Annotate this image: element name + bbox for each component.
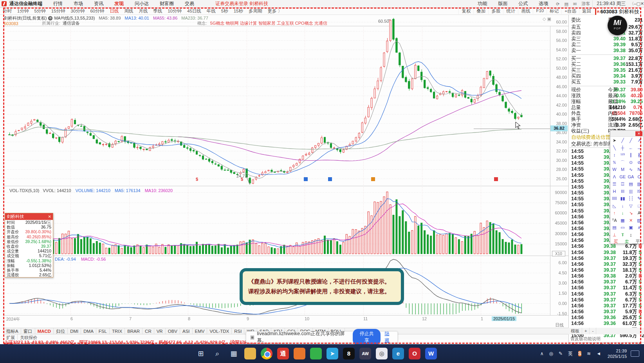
draw-tool-icon-1[interactable]: ╱	[619, 137, 627, 144]
right-menu-功能[interactable]: 功能	[472, 1, 492, 6]
indicator-tab-EMV[interactable]: EMV	[193, 328, 207, 334]
period-月线[interactable]: 月线	[136, 9, 150, 13]
stock-header[interactable]: R 603083 剑桥科技	[595, 8, 644, 15]
draw-tool-icon-10[interactable]: ∥	[627, 151, 635, 159]
titlebar-icon-2[interactable]: ✉	[571, 2, 579, 6]
titlebar-icon-0[interactable]: ⟳	[554, 2, 562, 6]
window-control-0[interactable]: 〈	[630, 1, 634, 6]
draw-tool-icon-25[interactable]: ☲	[619, 180, 627, 188]
draw-tool-icon-52[interactable]: ⊥	[610, 231, 619, 239]
draw-tool-icon-17[interactable]: M	[619, 166, 627, 173]
start-button[interactable]: ⊞	[195, 348, 207, 359]
menu-item-发现[interactable]: 发现	[109, 1, 129, 6]
draw-tool-icon-45[interactable]: ▦	[619, 217, 627, 224]
draw-tool-icon-13[interactable]: ⌒	[619, 159, 627, 166]
drawing-toolbar[interactable]: ✕ ➤╱╱↗╲┼←↔↕¹²³∥∦％⌒⊙⊘WM∿NΛGEGAC☰☲▤▥ΗΙΙΙ||…	[610, 130, 644, 244]
period-分时[interactable]: 分时	[0, 9, 14, 13]
draw-tool-icon-53[interactable]: Ŧ	[619, 231, 627, 239]
right-menu-版面[interactable]: 版面	[492, 1, 513, 6]
draw-tool-icon-48[interactable]: ▤	[610, 224, 619, 231]
indicator-tab-VOL-TDX[interactable]: VOL-TDX	[207, 328, 232, 334]
buy-price[interactable]: 39.35	[613, 67, 626, 73]
tool-+自选[interactable]: +自选	[561, 8, 579, 14]
right-menu-公式[interactable]: 公式	[513, 1, 533, 6]
draw-tool-icon-20[interactable]: Λ	[610, 173, 619, 181]
period-更多 〉[interactable]: 更多 〉	[265, 9, 285, 13]
draw-tool-icon-21[interactable]: GE	[619, 173, 627, 181]
telegram-icon[interactable]: ➤	[327, 348, 338, 359]
extend-button[interactable]: 扩展	[4, 334, 18, 340]
period-60分钟[interactable]: 60分钟	[87, 9, 107, 13]
pen-icon[interactable]: ✎	[559, 351, 563, 356]
indicator-tab-TRIX[interactable]: TRIX	[110, 328, 125, 334]
indicator-tab-BRAR[interactable]: BRAR	[125, 328, 143, 334]
buy-price[interactable]: 39.33	[613, 79, 626, 85]
sell-price[interactable]: 39.40	[613, 36, 626, 42]
mic-icon[interactable]: ◎	[549, 351, 553, 356]
period-5秒[interactable]: 5秒	[218, 9, 231, 13]
word-icon[interactable]: W	[425, 348, 437, 359]
tool-画线[interactable]: 画线	[518, 8, 533, 14]
indicator-tab-ASI[interactable]: ASI	[180, 328, 193, 334]
draw-tool-icon-18[interactable]: ∿	[627, 166, 635, 173]
draw-tool-icon-26[interactable]: ▤	[627, 180, 635, 188]
menu-item-资讯[interactable]: 资讯	[88, 1, 109, 6]
indicator-tab-OBV[interactable]: OBV	[166, 328, 180, 334]
buy-price[interactable]: 39.34	[613, 73, 626, 79]
draw-tool-icon-28[interactable]: Η	[610, 188, 619, 195]
draw-tool-icon-47[interactable]: ▨	[635, 217, 643, 224]
indicator-tab-FSL[interactable]: FSL	[96, 328, 110, 334]
draw-tool-icon-38[interactable]: ▽	[627, 202, 635, 210]
draw-tool-icon-34[interactable]: ┆┆	[627, 195, 635, 202]
draw-tool-icon-15[interactable]: ⊘	[635, 159, 643, 166]
draw-tool-icon-36[interactable]: ◺	[610, 202, 619, 210]
indicator-tab-VR[interactable]: VR	[154, 328, 166, 334]
notification-center-icon[interactable]	[631, 350, 639, 357]
chrome-icon[interactable]	[261, 348, 272, 359]
hide-share-bar-link[interactable]: 隐藏	[384, 330, 393, 344]
tool-统计[interactable]: 统计	[503, 8, 518, 14]
indicator-tab-指标A[interactable]: 指标A	[4, 328, 21, 334]
tool-标记[interactable]: 标记	[547, 8, 561, 14]
eightball-icon[interactable]: 8	[343, 348, 355, 359]
draw-tool-icon-33[interactable]: ▮▮	[619, 195, 627, 202]
buy-price[interactable]: 39.37	[613, 56, 626, 62]
draw-tool-icon-9[interactable]: ¹²³	[619, 151, 627, 159]
close-icon[interactable]: ✕	[635, 131, 642, 136]
event-marker-2[interactable]	[304, 177, 308, 181]
right-menu-选项[interactable]: 选项	[533, 1, 554, 6]
period-日线[interactable]: 日线	[107, 9, 121, 13]
feature-note[interactable]: 普及版功能说明	[569, 336, 644, 342]
draw-tool-icon-5[interactable]: ┼	[619, 144, 627, 152]
taskbar-clock[interactable]: 21:39 2025/1/15	[608, 348, 627, 359]
event-marker-1[interactable]: $	[240, 177, 244, 181]
linked-quote-button[interactable]: 关联报价	[18, 334, 40, 340]
event-marker-0[interactable]: $	[195, 177, 199, 181]
draw-tool-icon-29[interactable]: ΙΙΙ	[619, 188, 627, 195]
renewal-notice[interactable]: 自动续费通达信普及	[571, 134, 615, 140]
draw-side-label-买[interactable]: 买	[614, 239, 618, 245]
draw-tool-icon-50[interactable]: ▣	[627, 224, 635, 231]
tool-多股[interactable]: 多股	[488, 8, 503, 14]
draw-tool-icon-40[interactable]: ↑	[610, 209, 619, 217]
chart-corner-icons[interactable]: ◇ ▣	[543, 16, 551, 22]
obs-icon[interactable]: ◎	[376, 348, 388, 359]
wechat-icon[interactable]	[310, 348, 322, 359]
industry-value[interactable]: 通信设备	[63, 20, 80, 26]
draw-tool-icon-22[interactable]: GA	[627, 173, 635, 181]
titlebar-icon-1[interactable]: ▤	[562, 2, 571, 6]
axis-period-label[interactable]: 日线	[555, 322, 564, 328]
zoom-out-button[interactable]: -	[590, 328, 596, 334]
indicator-tab-DMI[interactable]: DMI	[68, 328, 81, 334]
period-年线[interactable]: 年线	[204, 9, 218, 13]
guest-user-label[interactable]: 游客	[579, 1, 592, 7]
window-control-3[interactable]: ✕	[640, 1, 644, 6]
sogou-icon[interactable]: S	[578, 351, 581, 356]
event-marker-4[interactable]	[371, 177, 375, 181]
period-30分钟[interactable]: 30分钟	[68, 9, 88, 13]
draw-tool-icon-39[interactable]: □	[635, 202, 643, 210]
menu-item-行情[interactable]: 行情	[48, 1, 68, 6]
draw-tool-icon-37[interactable]: ↓	[619, 202, 627, 210]
indicator-tab-归位[interactable]: 归位	[54, 328, 68, 334]
zoom-in-button[interactable]: +	[582, 328, 590, 334]
